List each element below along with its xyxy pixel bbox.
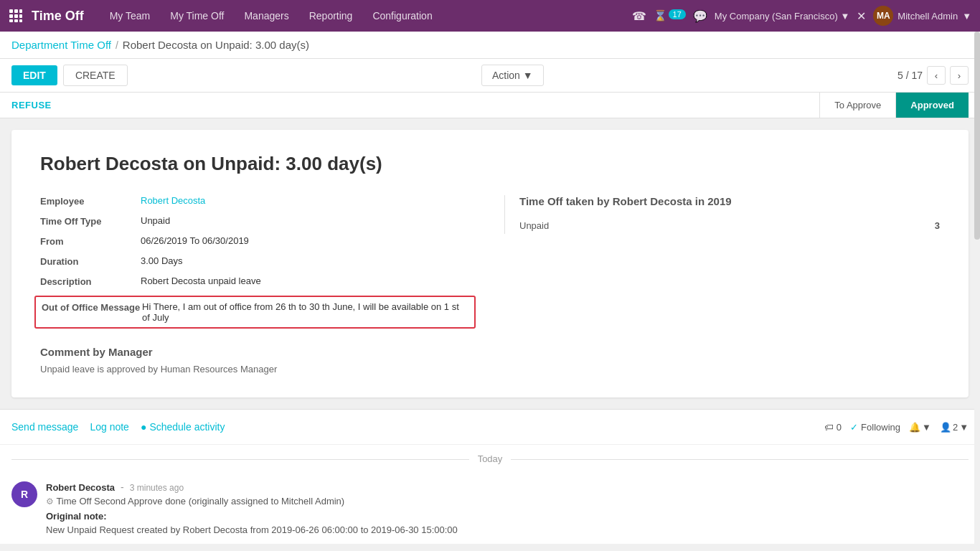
topnav: Time Off My Team My Time Off Managers Re…	[0, 0, 980, 32]
scrollbar-thumb[interactable]	[974, 32, 980, 240]
user-dropdown-icon: ▼	[962, 11, 971, 22]
user-menu[interactable]: MA Mitchell Admin ▼	[873, 6, 971, 26]
action-button[interactable]: Action ▼	[481, 65, 544, 86]
tag-button[interactable]: 🏷 0	[824, 422, 842, 433]
value-employee[interactable]: Robert Decosta	[141, 195, 205, 206]
phone-icon[interactable]: ☎	[632, 9, 646, 23]
message-item: R Robert Decosta - 3 minutes ago ⚙ Time …	[0, 473, 980, 544]
field-duration: Duration 3.00 Days	[40, 255, 476, 267]
status-step-approved[interactable]: Approved	[895, 93, 969, 118]
message-body: Robert Decosta - 3 minutes ago ⚙ Time Of…	[46, 481, 969, 535]
summary-row-unpaid: Unpaid 3	[519, 217, 940, 234]
people-icon: 👤	[940, 422, 951, 433]
people-dropdown-icon: ▼	[959, 422, 969, 433]
user-avatar: MA	[873, 6, 893, 26]
badge-count: 17	[669, 9, 686, 19]
edit-button[interactable]: EDIT	[11, 65, 57, 85]
next-page-button[interactable]: ›	[950, 66, 969, 85]
menu-item-my-team[interactable]: My Team	[101, 6, 159, 26]
menu-item-managers[interactable]: Managers	[235, 6, 297, 26]
bell-dropdown-icon: ▼	[922, 422, 931, 433]
menu-item-my-time-off[interactable]: My Time Off	[161, 6, 232, 26]
chat-icon[interactable]: 💬	[693, 9, 707, 23]
form-body: Employee Robert Decosta Time Off Type Un…	[40, 195, 940, 375]
field-from: From 06/26/2019 To 06/30/2019	[40, 235, 476, 247]
comment-title: Comment by Manager	[40, 346, 476, 358]
bell-icon: 🔔	[909, 422, 920, 433]
form-left: Employee Robert Decosta Time Off Type Un…	[40, 195, 476, 375]
breadcrumb-separator: /	[116, 39, 118, 51]
top-menu: My Team My Time Off Managers Reporting C…	[101, 6, 632, 26]
company-selector[interactable]: My Company (San Francisco) ▼	[715, 11, 849, 22]
record-title: Robert Decosta on Unpaid: 3.00 day(s)	[40, 153, 940, 175]
value-duration: 3.00 Days	[141, 255, 183, 266]
field-description: Description Robert Decosta unpaid leave	[40, 276, 476, 287]
send-message-button[interactable]: Send message	[11, 418, 78, 435]
schedule-activity-button[interactable]: ● Schedule activity	[141, 418, 225, 435]
following-label: Following	[861, 422, 900, 433]
action-label: Action	[492, 70, 520, 81]
svg-rect-4	[14, 14, 18, 18]
topnav-right: ☎ ⌛ 17 💬 My Company (San Francisco) ▼ ✕ …	[632, 6, 971, 26]
grid-menu-icon[interactable]	[9, 9, 23, 23]
prev-page-button[interactable]: ‹	[927, 66, 946, 85]
menu-item-reporting[interactable]: Reporting	[301, 6, 362, 26]
status-bar: REFUSE To Approve Approved	[0, 93, 980, 118]
message-note-text: New Unpaid Request created by Robert Dec…	[46, 524, 969, 535]
summary-value-unpaid: 3	[935, 220, 940, 231]
bell-button[interactable]: 🔔 ▼	[909, 422, 931, 433]
form-right: Time Off taken by Robert Decosta in 2019…	[504, 195, 940, 375]
svg-rect-3	[9, 14, 13, 18]
svg-rect-0	[9, 9, 13, 13]
breadcrumb-current: Robert Decosta on Unpaid: 3.00 day(s)	[123, 39, 309, 51]
svg-rect-5	[19, 14, 22, 18]
value-time-off-type: Unpaid	[141, 215, 170, 226]
close-icon[interactable]: ✕	[857, 9, 866, 23]
menu-item-configuration[interactable]: Configuration	[364, 6, 440, 26]
svg-rect-8	[19, 19, 22, 22]
scrollbar-track[interactable]	[974, 32, 980, 544]
breadcrumb: Department Time Off / Robert Decosta on …	[0, 32, 980, 59]
comment-text: Unpaid leave is approved by Human Resour…	[40, 364, 476, 375]
clock-icon[interactable]: ⌛ 17	[654, 9, 686, 22]
chatter-right: 🏷 0 ✓ Following 🔔 ▼ 👤 2 ▼	[824, 422, 969, 433]
tag-count: 0	[837, 422, 842, 433]
people-button[interactable]: 👤 2 ▼	[940, 422, 969, 433]
timeline-date: Today	[0, 445, 980, 473]
label-employee: Employee	[40, 195, 141, 207]
log-note-button[interactable]: Log note	[90, 418, 129, 435]
label-out-of-office: Out of Office Message	[42, 301, 142, 313]
action-dropdown-icon: ▼	[523, 70, 533, 81]
message-header: Robert Decosta - 3 minutes ago	[46, 481, 969, 493]
message-text: ⚙ Time Off Second Approve done (original…	[46, 496, 969, 507]
tag-icon: 🏷	[824, 422, 834, 433]
svg-rect-2	[19, 9, 22, 13]
field-time-off-type: Time Off Type Unpaid	[40, 215, 476, 227]
field-out-of-office: Out of Office Message Hi There, I am out…	[34, 296, 476, 329]
svg-rect-7	[14, 19, 18, 22]
people-count: 2	[953, 422, 958, 433]
status-step-to-approve[interactable]: To Approve	[819, 93, 895, 118]
chatter-area: Send message Log note ● Schedule activit…	[0, 409, 980, 544]
message-avatar: R	[11, 481, 37, 507]
pagination: 5 / 17 ‹ ›	[897, 66, 969, 85]
breadcrumb-parent[interactable]: Department Time Off	[11, 39, 111, 51]
comment-section: Comment by Manager Unpaid leave is appro…	[40, 346, 476, 375]
action-bar: EDIT CREATE Action ▼ 5 / 17 ‹ ›	[0, 59, 980, 93]
user-name: Mitchell Admin	[897, 11, 958, 22]
message-time-sep: -	[121, 481, 124, 493]
svg-rect-6	[9, 19, 13, 22]
chatter-actions: Send message Log note ● Schedule activit…	[0, 410, 980, 445]
refuse-button[interactable]: REFUSE	[11, 93, 52, 118]
summary-label-unpaid: Unpaid	[519, 220, 935, 231]
svg-rect-1	[14, 9, 18, 13]
app-title: Time Off	[32, 9, 84, 24]
create-button[interactable]: CREATE	[63, 65, 128, 86]
following-button[interactable]: ✓ Following	[850, 422, 900, 433]
label-from: From	[40, 235, 141, 247]
form-card: Robert Decosta on Unpaid: 3.00 day(s) Em…	[11, 130, 969, 397]
pagination-text: 5 / 17	[897, 70, 923, 81]
gear-icon: ⚙	[46, 496, 54, 507]
message-note-title: Original note:	[46, 511, 969, 522]
message-author: Robert Decosta	[46, 482, 115, 493]
